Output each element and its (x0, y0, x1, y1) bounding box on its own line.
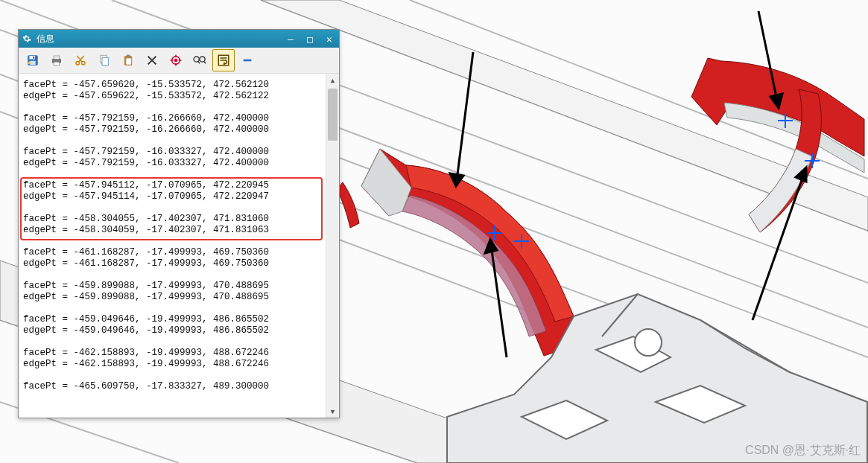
paste-icon[interactable] (117, 49, 139, 71)
target-icon[interactable] (165, 49, 187, 71)
print-icon[interactable] (45, 49, 68, 71)
svg-rect-11 (30, 61, 36, 65)
watermark: CSDN @恩·艾克斯·红 (745, 443, 861, 459)
gear-icon (22, 33, 32, 44)
svg-point-24 (175, 60, 177, 62)
svg-rect-21 (126, 58, 132, 65)
close-button[interactable]: ✕ (320, 31, 339, 47)
toolbar (19, 48, 339, 74)
cut-icon[interactable] (69, 49, 92, 71)
scroll-down-button[interactable]: ▼ (326, 405, 339, 418)
delete-icon[interactable] (141, 49, 163, 71)
svg-rect-22 (127, 55, 130, 57)
scroll-up-button[interactable]: ▲ (326, 74, 339, 86)
log-output[interactable]: facePt = -457.659620, -15.533572, 472.56… (19, 74, 339, 418)
titlebar[interactable]: 信息 – □ ✕ (19, 30, 339, 48)
svg-point-0 (635, 329, 662, 356)
wrap-icon[interactable] (212, 49, 235, 71)
svg-rect-19 (102, 57, 108, 66)
svg-rect-28 (244, 60, 252, 62)
svg-rect-14 (54, 56, 60, 60)
save-icon[interactable] (22, 49, 44, 71)
info-window: 信息 – □ ✕ facePt = -457.659620, -15.53357… (18, 29, 340, 418)
maximize-button[interactable]: □ (300, 31, 320, 47)
scroll-thumb[interactable] (328, 89, 338, 141)
minimize-button[interactable]: – (281, 31, 300, 47)
svg-point-25 (194, 57, 199, 62)
svg-point-26 (200, 57, 205, 62)
find-icon[interactable] (189, 49, 211, 71)
window-title: 信息 (37, 33, 54, 45)
minus-icon[interactable] (236, 49, 259, 71)
vertical-scrollbar[interactable]: ▲ ▼ (326, 74, 339, 418)
copy-icon[interactable] (93, 49, 115, 71)
svg-rect-12 (33, 57, 34, 59)
svg-rect-15 (54, 62, 60, 66)
